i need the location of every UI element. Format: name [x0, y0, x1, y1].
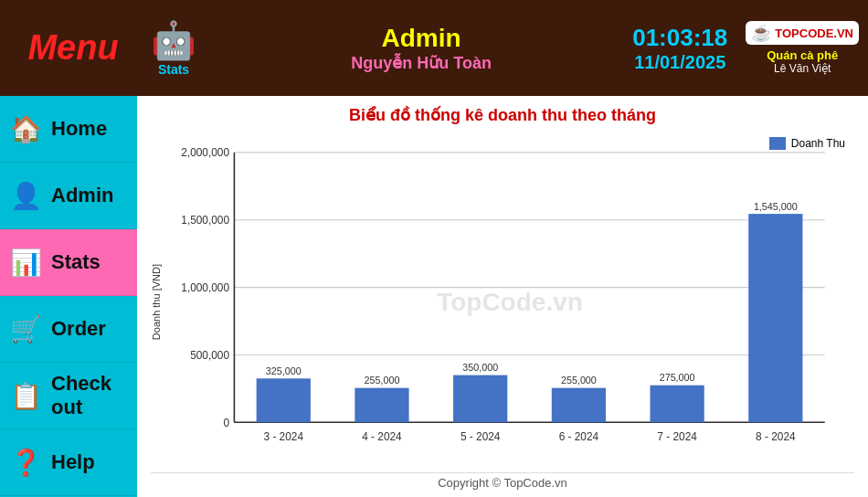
- chart-area: Doanh Thu TopCode.vn 0500,0001,000,0001,…: [165, 132, 854, 472]
- main-layout: 🏠 Home 👤 Admin 📊 Stats 🛒 Order 📋 Check o…: [0, 96, 868, 497]
- header: Menu 🤖 Stats Admin Nguyễn Hữu Toàn 01:03…: [0, 0, 868, 96]
- stats-nav-icon: 📊: [9, 248, 42, 278]
- sidebar-item-home[interactable]: 🏠 Home: [0, 96, 137, 163]
- checkout-icon: 📋: [9, 381, 42, 411]
- order-icon: 🛒: [9, 314, 42, 344]
- logo-box: ☕ TOPCODE.VN: [746, 21, 859, 45]
- help-icon: ❓: [9, 448, 42, 478]
- legend-label: Doanh Thu: [791, 137, 845, 150]
- svg-rect-15: [355, 388, 408, 423]
- home-icon: 🏠: [9, 114, 42, 144]
- svg-rect-21: [552, 388, 606, 423]
- svg-text:350,000: 350,000: [462, 362, 498, 373]
- svg-text:1,500,000: 1,500,000: [181, 214, 229, 227]
- svg-text:0: 0: [223, 417, 229, 429]
- sidebar-item-admin[interactable]: 👤 Admin: [0, 163, 137, 229]
- sidebar-label-checkout: Check out: [51, 372, 128, 419]
- current-date: 11/01/2025: [634, 52, 725, 73]
- footer-text: Copyright © TopCode.vn: [438, 476, 567, 490]
- shop-name: Quán cà phê: [767, 48, 838, 62]
- shop-owner: Lê Văn Việt: [774, 62, 831, 75]
- logo-area: ☕ TOPCODE.VN Quán cà phê Lê Văn Việt: [746, 21, 859, 75]
- svg-text:1,545,000: 1,545,000: [754, 201, 798, 212]
- admin-icon: 👤: [9, 181, 42, 211]
- menu-title: Menu: [9, 28, 137, 68]
- sidebar-label-stats: Stats: [51, 250, 101, 274]
- svg-text:255,000: 255,000: [365, 375, 400, 386]
- y-axis-label: Doanh thu [VND]: [151, 264, 162, 340]
- svg-text:5 - 2024: 5 - 2024: [460, 430, 501, 443]
- sidebar-item-stats[interactable]: 📊 Stats: [0, 229, 137, 296]
- stats-label: Stats: [158, 62, 189, 77]
- sidebar-item-order[interactable]: 🛒 Order: [0, 296, 137, 363]
- admin-name: Nguyễn Hữu Toàn: [351, 53, 492, 73]
- svg-text:3 - 2024: 3 - 2024: [264, 430, 304, 443]
- chart-title: Biểu đồ thống kê doanh thu theo tháng: [151, 105, 854, 125]
- content-area: Biểu đồ thống kê doanh thu theo tháng Do…: [137, 96, 868, 497]
- footer: Copyright © TopCode.vn: [151, 472, 854, 492]
- svg-rect-27: [748, 214, 802, 422]
- time-area: 01:03:18 11/01/2025: [632, 24, 727, 73]
- stats-area: 🤖 Stats: [137, 19, 210, 77]
- svg-text:325,000: 325,000: [266, 365, 302, 376]
- svg-text:1,000,000: 1,000,000: [181, 281, 229, 294]
- current-time: 01:03:18: [632, 24, 727, 52]
- sidebar-label-order: Order: [51, 317, 106, 341]
- svg-rect-24: [650, 386, 704, 423]
- svg-text:500,000: 500,000: [190, 349, 229, 362]
- svg-text:2,000,000: 2,000,000: [181, 146, 229, 159]
- svg-text:8 - 2024: 8 - 2024: [756, 430, 796, 443]
- sidebar-item-help[interactable]: ❓ Help: [0, 429, 137, 496]
- chart-legend: Doanh Thu: [769, 137, 845, 150]
- sidebar-label-home: Home: [51, 117, 107, 141]
- sidebar-item-checkout[interactable]: 📋 Check out: [0, 363, 137, 429]
- svg-rect-12: [257, 378, 311, 422]
- svg-text:6 - 2024: 6 - 2024: [559, 430, 599, 443]
- sidebar: 🏠 Home 👤 Admin 📊 Stats 🛒 Order 📋 Check o…: [0, 96, 137, 497]
- svg-text:275,000: 275,000: [660, 372, 695, 383]
- legend-color-box: [769, 137, 786, 150]
- svg-text:7 - 2024: 7 - 2024: [657, 430, 697, 443]
- svg-rect-18: [453, 375, 507, 423]
- sidebar-label-help: Help: [51, 450, 95, 474]
- svg-text:4 - 2024: 4 - 2024: [362, 430, 402, 443]
- chart-svg: 0500,0001,000,0001,500,0002,000,000325,0…: [165, 132, 854, 472]
- logo-text: TOPCODE.VN: [775, 26, 853, 40]
- sidebar-label-admin: Admin: [51, 184, 113, 207]
- svg-text:255,000: 255,000: [561, 375, 597, 386]
- admin-title: Admin: [382, 24, 461, 53]
- header-center: Admin Nguyễn Hữu Toàn: [210, 24, 632, 73]
- chart-container: Doanh thu [VND] Doanh Thu TopCode.vn 050…: [151, 132, 854, 472]
- stats-icon: 🤖: [151, 19, 196, 62]
